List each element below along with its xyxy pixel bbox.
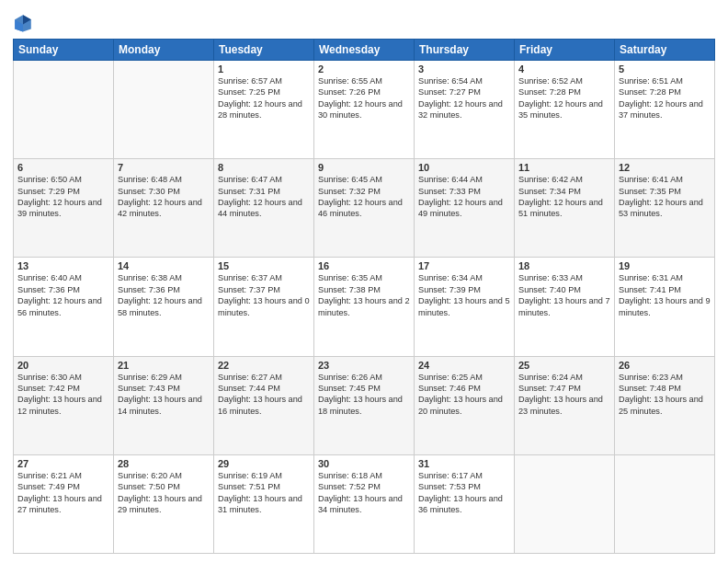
day-number: 4: [518, 63, 610, 75]
day-number: 12: [619, 162, 711, 173]
calendar-cell: 10Sunrise: 6:44 AMSunset: 7:33 PMDayligh…: [415, 159, 515, 258]
calendar-cell: 12Sunrise: 6:41 AMSunset: 7:35 PMDayligh…: [615, 159, 715, 258]
logo-icon: [13, 13, 33, 33]
calendar-cell: 26Sunrise: 6:23 AMSunset: 7:48 PMDayligh…: [615, 356, 715, 454]
day-number: 10: [418, 162, 510, 173]
calendar-cell: 14Sunrise: 6:38 AMSunset: 7:36 PMDayligh…: [114, 258, 214, 356]
day-info: Sunrise: 6:25 AMSunset: 7:46 PMDaylight:…: [418, 372, 510, 418]
calendar-cell: 9Sunrise: 6:45 AMSunset: 7:32 PMDaylight…: [314, 159, 415, 258]
day-info: Sunrise: 6:20 AMSunset: 7:50 PMDaylight:…: [118, 470, 210, 516]
day-info: Sunrise: 6:52 AMSunset: 7:28 PMDaylight:…: [518, 75, 610, 121]
day-number: 14: [118, 260, 210, 271]
day-number: 29: [218, 458, 310, 469]
day-info: Sunrise: 6:24 AMSunset: 7:47 PMDaylight:…: [518, 372, 610, 418]
day-info: Sunrise: 6:55 AMSunset: 7:26 PMDaylight:…: [318, 75, 410, 121]
calendar-cell: 24Sunrise: 6:25 AMSunset: 7:46 PMDayligh…: [415, 356, 515, 454]
weekday-header: Tuesday: [214, 40, 314, 61]
day-info: Sunrise: 6:31 AMSunset: 7:41 PMDaylight:…: [619, 272, 711, 318]
calendar-cell: 3Sunrise: 6:54 AMSunset: 7:27 PMDaylight…: [415, 61, 515, 159]
day-number: 5: [619, 63, 711, 75]
day-info: Sunrise: 6:19 AMSunset: 7:51 PMDaylight:…: [218, 470, 310, 516]
calendar-cell: 13Sunrise: 6:40 AMSunset: 7:36 PMDayligh…: [14, 258, 114, 356]
calendar-cell: [615, 454, 715, 553]
day-info: Sunrise: 6:17 AMSunset: 7:53 PMDaylight:…: [418, 470, 510, 516]
calendar-cell: 28Sunrise: 6:20 AMSunset: 7:50 PMDayligh…: [114, 454, 214, 553]
weekday-header: Thursday: [415, 40, 515, 61]
day-number: 21: [118, 360, 210, 371]
day-info: Sunrise: 6:50 AMSunset: 7:29 PMDaylight:…: [17, 174, 109, 220]
day-info: Sunrise: 6:47 AMSunset: 7:31 PMDaylight:…: [218, 174, 310, 220]
day-number: 2: [318, 63, 410, 75]
calendar-cell: 19Sunrise: 6:31 AMSunset: 7:41 PMDayligh…: [615, 258, 715, 356]
day-info: Sunrise: 6:27 AMSunset: 7:44 PMDaylight:…: [218, 372, 310, 418]
calendar-cell: 23Sunrise: 6:26 AMSunset: 7:45 PMDayligh…: [314, 356, 415, 454]
calendar-week-row: 6Sunrise: 6:50 AMSunset: 7:29 PMDaylight…: [14, 159, 715, 258]
day-info: Sunrise: 6:51 AMSunset: 7:28 PMDaylight:…: [619, 75, 711, 121]
calendar-cell: 5Sunrise: 6:51 AMSunset: 7:28 PMDaylight…: [615, 61, 715, 159]
day-info: Sunrise: 6:57 AMSunset: 7:25 PMDaylight:…: [218, 75, 310, 121]
calendar-cell: [515, 454, 615, 553]
calendar-cell: [14, 61, 114, 159]
weekday-header: Wednesday: [314, 40, 415, 61]
header: [13, 9, 715, 33]
day-info: Sunrise: 6:42 AMSunset: 7:34 PMDaylight:…: [518, 174, 610, 220]
day-number: 31: [418, 458, 510, 469]
day-info: Sunrise: 6:54 AMSunset: 7:27 PMDaylight:…: [418, 75, 510, 121]
calendar-cell: 11Sunrise: 6:42 AMSunset: 7:34 PMDayligh…: [515, 159, 615, 258]
calendar-week-row: 27Sunrise: 6:21 AMSunset: 7:49 PMDayligh…: [14, 454, 715, 553]
day-number: 20: [17, 360, 109, 371]
day-info: Sunrise: 6:38 AMSunset: 7:36 PMDaylight:…: [118, 272, 210, 318]
day-number: 23: [318, 360, 410, 371]
day-info: Sunrise: 6:26 AMSunset: 7:45 PMDaylight:…: [318, 372, 410, 418]
calendar-cell: 20Sunrise: 6:30 AMSunset: 7:42 PMDayligh…: [14, 356, 114, 454]
calendar-cell: 15Sunrise: 6:37 AMSunset: 7:37 PMDayligh…: [214, 258, 314, 356]
calendar-cell: 8Sunrise: 6:47 AMSunset: 7:31 PMDaylight…: [214, 159, 314, 258]
calendar-cell: 27Sunrise: 6:21 AMSunset: 7:49 PMDayligh…: [14, 454, 114, 553]
day-number: 6: [17, 162, 109, 173]
day-number: 16: [318, 260, 410, 271]
day-number: 17: [418, 260, 510, 271]
calendar-cell: 25Sunrise: 6:24 AMSunset: 7:47 PMDayligh…: [515, 356, 615, 454]
day-info: Sunrise: 6:18 AMSunset: 7:52 PMDaylight:…: [318, 470, 410, 516]
day-info: Sunrise: 6:48 AMSunset: 7:30 PMDaylight:…: [118, 174, 210, 220]
day-number: 13: [17, 260, 109, 271]
calendar-cell: 22Sunrise: 6:27 AMSunset: 7:44 PMDayligh…: [214, 356, 314, 454]
day-number: 3: [418, 63, 510, 75]
calendar-cell: 2Sunrise: 6:55 AMSunset: 7:26 PMDaylight…: [314, 61, 415, 159]
calendar-header: SundayMondayTuesdayWednesdayThursdayFrid…: [14, 40, 715, 61]
day-info: Sunrise: 6:34 AMSunset: 7:39 PMDaylight:…: [418, 272, 510, 318]
page: SundayMondayTuesdayWednesdayThursdayFrid…: [0, 0, 728, 563]
calendar-cell: 6Sunrise: 6:50 AMSunset: 7:29 PMDaylight…: [14, 159, 114, 258]
calendar-cell: 17Sunrise: 6:34 AMSunset: 7:39 PMDayligh…: [415, 258, 515, 356]
day-info: Sunrise: 6:40 AMSunset: 7:36 PMDaylight:…: [17, 272, 109, 318]
day-number: 1: [218, 63, 310, 75]
day-number: 27: [17, 458, 109, 469]
day-info: Sunrise: 6:37 AMSunset: 7:37 PMDaylight:…: [218, 272, 310, 318]
calendar-cell: 18Sunrise: 6:33 AMSunset: 7:40 PMDayligh…: [515, 258, 615, 356]
weekday-header: Sunday: [14, 40, 114, 61]
logo: [13, 13, 35, 33]
calendar-cell: 16Sunrise: 6:35 AMSunset: 7:38 PMDayligh…: [314, 258, 415, 356]
day-number: 28: [118, 458, 210, 469]
calendar-week-row: 13Sunrise: 6:40 AMSunset: 7:36 PMDayligh…: [14, 258, 715, 356]
calendar-cell: 21Sunrise: 6:29 AMSunset: 7:43 PMDayligh…: [114, 356, 214, 454]
day-info: Sunrise: 6:35 AMSunset: 7:38 PMDaylight:…: [318, 272, 410, 318]
day-number: 24: [418, 360, 510, 371]
day-number: 19: [619, 260, 711, 271]
calendar: SundayMondayTuesdayWednesdayThursdayFrid…: [13, 39, 715, 554]
calendar-body: 1Sunrise: 6:57 AMSunset: 7:25 PMDaylight…: [14, 61, 715, 554]
day-info: Sunrise: 6:45 AMSunset: 7:32 PMDaylight:…: [318, 174, 410, 220]
calendar-cell: 1Sunrise: 6:57 AMSunset: 7:25 PMDaylight…: [214, 61, 314, 159]
day-number: 26: [619, 360, 711, 371]
calendar-cell: 7Sunrise: 6:48 AMSunset: 7:30 PMDaylight…: [114, 159, 214, 258]
calendar-cell: 30Sunrise: 6:18 AMSunset: 7:52 PMDayligh…: [314, 454, 415, 553]
day-info: Sunrise: 6:29 AMSunset: 7:43 PMDaylight:…: [118, 372, 210, 418]
day-info: Sunrise: 6:30 AMSunset: 7:42 PMDaylight:…: [17, 372, 109, 418]
day-info: Sunrise: 6:44 AMSunset: 7:33 PMDaylight:…: [418, 174, 510, 220]
day-number: 25: [518, 360, 610, 371]
weekday-header: Friday: [515, 40, 615, 61]
calendar-cell: 4Sunrise: 6:52 AMSunset: 7:28 PMDaylight…: [515, 61, 615, 159]
calendar-cell: [114, 61, 214, 159]
day-number: 8: [218, 162, 310, 173]
calendar-week-row: 20Sunrise: 6:30 AMSunset: 7:42 PMDayligh…: [14, 356, 715, 454]
